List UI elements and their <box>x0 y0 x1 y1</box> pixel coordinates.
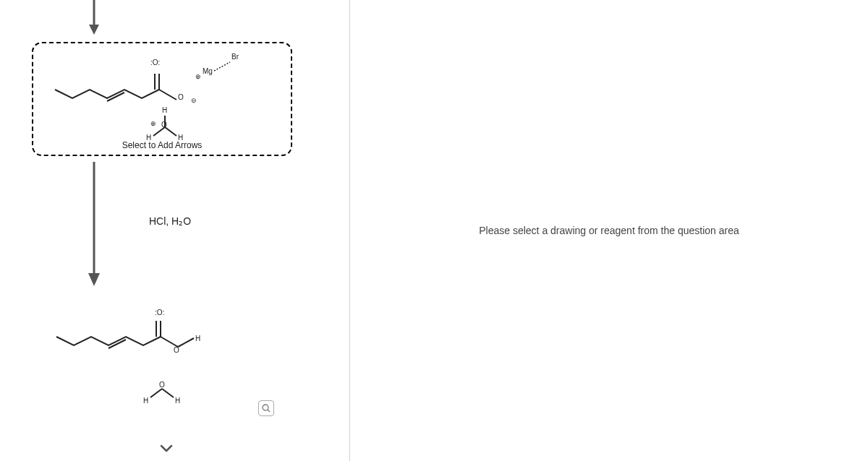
product-box[interactable]: :O: O H O H H <box>32 296 292 419</box>
carboxylate-structure <box>48 56 192 114</box>
svg-line-18 <box>162 389 174 397</box>
svg-line-17 <box>150 389 162 397</box>
minus-charge: ⊖ <box>191 98 197 104</box>
chevron-down-icon[interactable] <box>159 444 174 457</box>
svg-point-19 <box>263 405 268 410</box>
drawing-placeholder: Please select a drawing or reagent from … <box>479 225 739 236</box>
label-prod-o-neg: O <box>174 347 179 354</box>
svg-line-5 <box>159 90 176 100</box>
label-water-h1: H <box>143 397 148 405</box>
reaction-step-box[interactable]: :O: O ⊖ Mg ⊕ Br O ⊕ H H H Select to Add … <box>32 42 292 156</box>
svg-line-20 <box>268 410 270 412</box>
svg-line-16 <box>178 338 194 347</box>
svg-line-6 <box>214 62 230 71</box>
label-water-o: O <box>159 382 165 389</box>
zoom-icon <box>262 404 271 413</box>
reagent-label[interactable]: HCl, H₂O <box>149 215 191 227</box>
question-panel: :O: O ⊖ Mg ⊕ Br O ⊕ H H H Select to Add … <box>0 0 350 461</box>
label-h-top: H <box>162 107 167 114</box>
arrow-top <box>85 0 103 35</box>
plus-h3o: ⊕ <box>150 121 156 127</box>
arrow-middle <box>85 162 103 286</box>
svg-marker-1 <box>89 25 99 35</box>
mg-br-bond <box>211 58 247 79</box>
label-o-h3o: O <box>161 121 167 129</box>
zoom-button[interactable] <box>258 400 274 416</box>
label-prod-o-dbl: :O: <box>155 309 164 316</box>
plus-mg: ⊕ <box>195 74 201 80</box>
svg-marker-11 <box>88 273 100 286</box>
drawing-panel: Please select a drawing or reagent from … <box>350 0 868 461</box>
label-prod-h: H <box>195 335 200 342</box>
product-structure <box>49 303 208 369</box>
reaction-box-caption: Select to Add Arrows <box>33 140 291 150</box>
svg-line-15 <box>161 337 178 347</box>
label-o-top: :O: <box>150 59 160 66</box>
label-br: Br <box>231 53 239 61</box>
label-o-neg: O <box>178 94 184 101</box>
label-water-h2: H <box>175 397 180 405</box>
